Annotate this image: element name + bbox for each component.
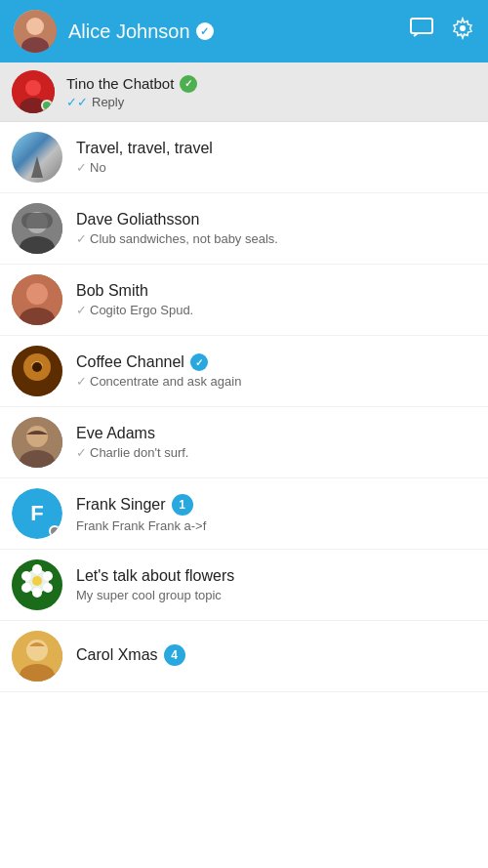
chat-msg: ✓ Concentrate and ask again — [76, 374, 476, 389]
reply-label: Reply — [92, 95, 124, 109]
messages-icon[interactable] — [410, 18, 433, 45]
svg-point-4 — [460, 25, 466, 31]
pinned-name-label: Tino the Chatbot — [66, 75, 174, 92]
svg-point-6 — [25, 80, 41, 96]
unread-badge: 4 — [164, 644, 185, 666]
pinned-avatar — [12, 70, 55, 113]
chat-msg: ✓ Club sandwiches, not baby seals. — [76, 231, 476, 246]
chat-name: Eve Adams — [76, 425, 476, 442]
chat-name: Frank Singer 1 — [76, 494, 476, 516]
svg-point-13 — [26, 283, 48, 305]
header-actions — [410, 17, 474, 46]
avatar-carol — [12, 631, 62, 682]
check-icon: ✓ — [76, 445, 87, 460]
chat-item-dave[interactable]: Dave Goliathsson ✓ Club sandwiches, not … — [0, 193, 488, 265]
svg-rect-3 — [411, 19, 432, 33]
chat-content: Frank Singer 1 Frank Frank Frank a->f — [76, 494, 476, 533]
svg-point-17 — [32, 362, 42, 372]
green-verified-icon — [180, 75, 197, 93]
verified-icon — [196, 22, 214, 40]
svg-point-19 — [26, 426, 48, 447]
avatar-eve — [12, 417, 62, 468]
avatar-dave — [12, 203, 62, 254]
chat-name: Coffee Channel — [76, 353, 476, 371]
chat-content: Coffee Channel ✓ Concentrate and ask aga… — [76, 353, 476, 389]
chat-item-flowers[interactable]: Let's talk about flowers My super cool g… — [0, 550, 488, 621]
chat-name: Bob Smith — [76, 282, 476, 300]
avatar-frank: F — [12, 488, 62, 539]
chat-msg: My super cool group topic — [76, 588, 476, 602]
check-icon: ✓ — [76, 160, 87, 175]
pinned-name: Tino the Chatbot — [66, 75, 476, 93]
status-dot — [49, 525, 61, 537]
avatar-travel — [12, 132, 62, 183]
svg-point-23 — [32, 576, 42, 586]
chat-name: Dave Goliathsson — [76, 211, 476, 228]
online-indicator — [41, 100, 53, 111]
svg-point-28 — [21, 583, 31, 593]
double-check-icon: ✓✓ — [66, 95, 88, 109]
unread-badge: 1 — [172, 494, 193, 516]
avatar — [14, 10, 57, 53]
chat-content: Travel, travel, travel ✓ No — [76, 140, 476, 175]
check-icon: ✓ — [76, 231, 87, 246]
svg-point-1 — [26, 18, 44, 35]
chat-content: Bob Smith ✓ Cogito Ergo Spud. — [76, 282, 476, 317]
svg-point-25 — [43, 571, 53, 581]
chat-name: Carol Xmas 4 — [76, 644, 476, 666]
chat-item-carol[interactable]: Carol Xmas 4 — [0, 621, 488, 692]
chat-msg: Frank Frank Frank a->f — [76, 518, 476, 533]
chat-content: Eve Adams ✓ Charlie don't surf. — [76, 425, 476, 460]
pinned-chat-item[interactable]: Tino the Chatbot ✓✓ Reply — [0, 62, 488, 122]
chat-item-travel[interactable]: Travel, travel, travel ✓ No — [0, 122, 488, 193]
chat-list: Travel, travel, travel ✓ No Dave Goliath… — [0, 122, 488, 692]
blue-verified-icon — [190, 353, 208, 371]
chat-content: Let's talk about flowers My super cool g… — [76, 567, 476, 602]
check-icon: ✓ — [76, 374, 87, 389]
pinned-content: Tino the Chatbot ✓✓ Reply — [66, 75, 476, 109]
avatar-coffee — [12, 346, 62, 396]
chat-item-eve[interactable]: Eve Adams ✓ Charlie don't surf. — [0, 407, 488, 478]
svg-point-29 — [21, 571, 31, 581]
svg-rect-10 — [21, 213, 53, 228]
header: Alice Johnson — [0, 0, 488, 62]
chat-name: Let's talk about flowers — [76, 567, 476, 585]
chat-name: Travel, travel, travel — [76, 140, 476, 157]
avatar-bob — [12, 274, 62, 325]
svg-point-24 — [32, 564, 42, 574]
chat-item-frank[interactable]: F Frank Singer 1 Frank Frank Frank a->f — [0, 478, 488, 550]
chat-msg: ✓ No — [76, 160, 476, 175]
check-icon: ✓ — [76, 303, 87, 317]
chat-msg: ✓ Charlie don't surf. — [76, 445, 476, 460]
svg-point-27 — [32, 588, 42, 598]
username-label: Alice Johnson — [68, 21, 190, 43]
header-title: Alice Johnson — [68, 21, 410, 43]
svg-point-26 — [43, 583, 53, 593]
pinned-reply-row: ✓✓ Reply — [66, 95, 476, 109]
chat-content: Dave Goliathsson ✓ Club sandwiches, not … — [76, 211, 476, 246]
settings-icon[interactable] — [451, 17, 474, 46]
avatar-flowers — [12, 559, 62, 610]
chat-item-coffee[interactable]: Coffee Channel ✓ Concentrate and ask aga… — [0, 336, 488, 407]
chat-msg: ✓ Cogito Ergo Spud. — [76, 303, 476, 317]
chat-item-bob[interactable]: Bob Smith ✓ Cogito Ergo Spud. — [0, 265, 488, 336]
chat-content: Carol Xmas 4 — [76, 644, 476, 669]
